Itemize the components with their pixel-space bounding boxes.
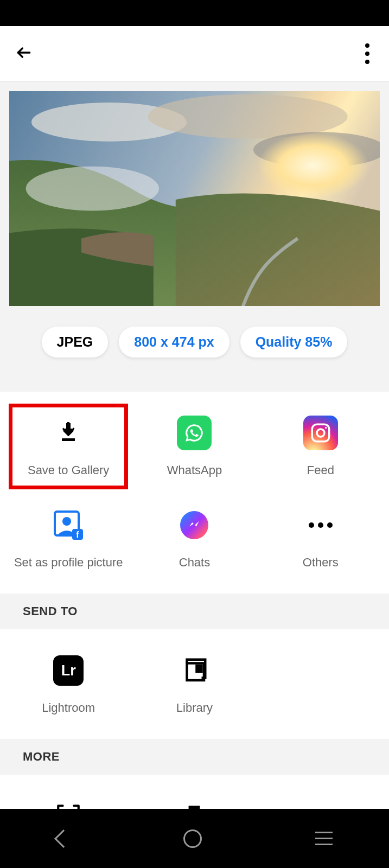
set-profile-picture-button[interactable]: f Set as profile picture: [5, 498, 131, 579]
svg-rect-12: [312, 424, 329, 442]
image-preview[interactable]: [9, 91, 380, 306]
svg-point-13: [317, 429, 324, 437]
library-icon: [180, 656, 209, 685]
instagram-feed-button[interactable]: Feed: [258, 406, 384, 487]
instagram-icon: [303, 416, 338, 450]
library-button[interactable]: Library: [131, 643, 257, 725]
more-options-button[interactable]: [361, 39, 374, 68]
svg-text:f: f: [76, 530, 79, 539]
image-preview-area: JPEG 800 x 474 px Quality 85%: [0, 82, 389, 392]
svg-point-16: [62, 517, 71, 526]
lightroom-button[interactable]: Lr Lightroom: [5, 643, 131, 725]
nav-recent-button[interactable]: [315, 832, 333, 845]
nav-back-button[interactable]: [57, 832, 70, 845]
download-icon: [55, 420, 81, 446]
share-label: Others: [303, 556, 339, 570]
whatsapp-button[interactable]: WhatsApp: [131, 406, 257, 487]
save-to-gallery-button[interactable]: Save to Gallery: [5, 406, 131, 487]
share-label: WhatsApp: [167, 463, 222, 477]
chevron-left-icon: [54, 829, 73, 848]
back-button[interactable]: [15, 44, 33, 63]
whatsapp-icon: [177, 416, 212, 450]
format-pill[interactable]: JPEG: [42, 327, 109, 358]
share-label: Feed: [307, 463, 334, 477]
messenger-chats-button[interactable]: Chats: [131, 498, 257, 579]
arrow-left-icon: [15, 44, 33, 61]
share-label: Lightroom: [42, 701, 95, 715]
messenger-icon: [180, 511, 208, 539]
nav-home-button[interactable]: [183, 829, 202, 848]
dot-icon: [365, 43, 369, 48]
share-row-2: f Set as profile picture Chats Others: [0, 498, 389, 579]
more-horizontal-icon: [309, 522, 333, 528]
status-bar: [0, 0, 389, 26]
empty-slot: [258, 643, 384, 725]
share-label: Set as profile picture: [14, 556, 123, 570]
svg-rect-11: [62, 438, 75, 441]
share-label: Save to Gallery: [28, 463, 109, 477]
facebook-profile-icon: f: [54, 510, 83, 540]
share-destinations: Save to Gallery WhatsApp Feed f: [0, 392, 389, 593]
svg-point-6: [26, 167, 159, 211]
svg-point-14: [325, 427, 327, 429]
lightroom-icon: Lr: [53, 655, 84, 686]
share-label: Library: [176, 701, 213, 715]
share-row-1: Save to Gallery WhatsApp Feed: [0, 406, 389, 487]
send-to-row: Lr Lightroom Library: [0, 643, 389, 725]
dot-icon: [365, 52, 369, 56]
quality-pill[interactable]: Quality 85%: [240, 327, 348, 358]
share-label: Chats: [179, 556, 210, 570]
menu-icon: [315, 832, 333, 845]
circle-icon: [183, 829, 202, 848]
dimensions-pill[interactable]: 800 x 474 px: [119, 327, 229, 358]
more-header: MORE: [0, 739, 389, 775]
svg-rect-20: [197, 666, 202, 672]
others-button[interactable]: Others: [258, 498, 384, 579]
system-navigation-bar: [0, 809, 389, 868]
send-to-header: SEND TO: [0, 593, 389, 629]
top-app-bar: [0, 26, 389, 82]
export-options-row: JPEG 800 x 474 px Quality 85%: [9, 306, 380, 392]
send-to-destinations: Lr Lightroom Library: [0, 629, 389, 739]
dot-icon: [365, 60, 369, 64]
